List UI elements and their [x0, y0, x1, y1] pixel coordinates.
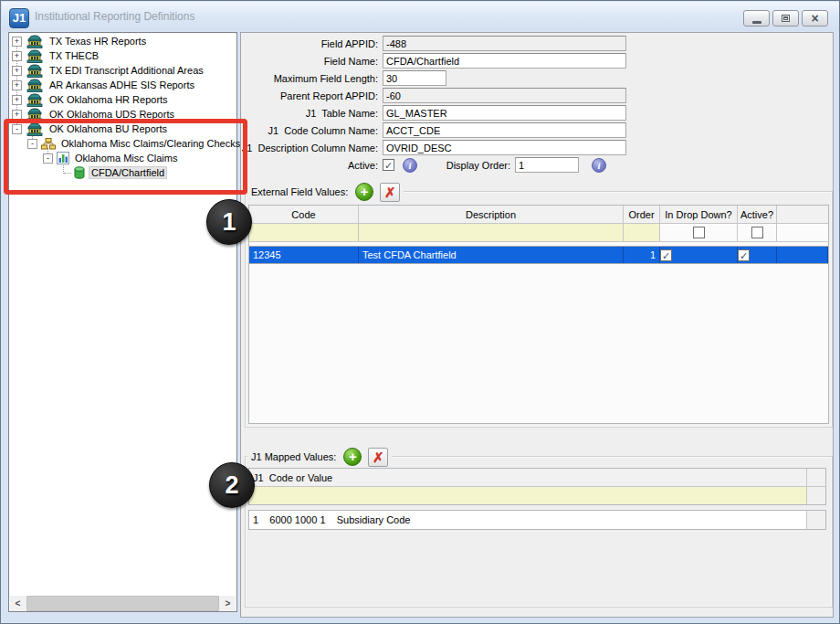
filter-code-input[interactable] [249, 224, 359, 242]
column-header-in-drop-down[interactable]: In Drop Down? [660, 206, 738, 224]
scroll-left-icon[interactable]: < [10, 596, 26, 611]
cell-filler [807, 511, 825, 529]
field-appid-input [383, 36, 626, 51]
scroll-right-icon[interactable]: > [220, 596, 236, 611]
display-order-input[interactable] [515, 157, 579, 173]
row-active-checkbox[interactable]: ✓ [738, 249, 750, 261]
expand-icon[interactable]: + [12, 51, 22, 61]
column-header-j1-code-or-value[interactable]: J1 Code or Value [249, 469, 807, 487]
expand-icon[interactable]: + [12, 37, 22, 47]
j1-description-column-label: J1 Description Column Name: [241, 143, 383, 153]
external-field-values-group: External Field Values: + ✗ Code Descript… [245, 191, 833, 428]
j1-table-name-label: J1 Table Name: [241, 108, 383, 119]
close-button[interactable]: × [802, 10, 828, 26]
minimize-button[interactable] [743, 10, 770, 26]
annotation-badge-1: 1 [206, 199, 252, 245]
j1-code-column-label: J1 Code Column Name: [241, 125, 383, 136]
expand-icon[interactable]: + [12, 110, 22, 120]
scrollbar-thumb[interactable] [26, 596, 219, 611]
max-field-length-label: Maximum Field Length: [241, 73, 383, 84]
mapped-value-row[interactable]: 1 6000 1000 1 Subsidiary Code [249, 511, 825, 529]
maximize-icon [782, 15, 790, 22]
j1-mapped-values-title: J1 Mapped Values: [251, 451, 336, 462]
cell-filler [777, 247, 828, 263]
detail-panel: Field APPID: Field Name: Maximum Field L… [240, 32, 834, 618]
j1-code-column-input[interactable] [383, 122, 626, 138]
filter-description-input[interactable] [359, 224, 624, 242]
active-label: Active: [241, 160, 383, 171]
annotation-highlight-rectangle [4, 119, 247, 195]
bank-icon [26, 35, 44, 48]
field-name-input[interactable] [383, 53, 626, 69]
bank-icon [26, 93, 44, 107]
tree-item-ok-oklahoma-hr[interactable]: + OK Oklahoma HR Reports [10, 92, 170, 107]
filter-filler [777, 224, 828, 242]
external-value-row-selected[interactable]: 12345 Test CFDA Chartfield 1 ✓ ✓ [249, 246, 828, 264]
close-icon: × [803, 11, 827, 26]
parent-report-appid-input [383, 88, 626, 103]
add-external-value-button[interactable]: + [355, 183, 373, 201]
bank-icon [26, 79, 44, 92]
bank-icon [26, 64, 44, 78]
app-window: J1 Institutional Reporting Definitions ×… [0, 0, 840, 624]
display-order-label: Display Order: [442, 160, 515, 171]
j1-description-column-input[interactable] [383, 140, 626, 155]
cell-code: 12345 [249, 247, 359, 263]
tree-horizontal-scrollbar[interactable]: < > [10, 596, 236, 611]
max-field-length-input[interactable] [383, 70, 446, 86]
field-name-label: Field Name: [241, 56, 383, 67]
active-checkbox[interactable]: ✓ [383, 159, 394, 171]
add-mapped-value-button[interactable]: + [343, 448, 362, 466]
delete-mapped-value-button[interactable]: ✗ [368, 448, 388, 467]
tree-item-tx-edi-transcript[interactable]: + TX EDI Transcript Additional Areas [10, 63, 205, 78]
expand-icon[interactable]: + [12, 80, 22, 90]
cell-description: Test CFDA Chartfield [359, 247, 624, 263]
tree-item-tx-texas-hr-reports[interactable]: + TX Texas HR Reports [10, 34, 148, 48]
cell-j1-code-or-value: 1 6000 1000 1 Subsidiary Code [249, 511, 807, 529]
delete-external-value-button[interactable]: ✗ [380, 183, 400, 202]
mapped-values-grid-rows: 1 6000 1000 1 Subsidiary Code [248, 510, 826, 530]
expand-icon[interactable]: + [12, 95, 22, 105]
external-field-values-title: External Field Values: [251, 186, 348, 197]
j1-table-name-input[interactable] [383, 105, 626, 121]
tree-item-label: TX EDI Transcript Additional Areas [47, 65, 205, 76]
filter-active-checkbox[interactable] [751, 227, 763, 238]
expand-icon[interactable]: + [12, 66, 22, 76]
row-in-drop-down-checkbox[interactable]: ✓ [660, 249, 672, 261]
title-bar[interactable]: J1 Institutional Reporting Definitions × [2, 2, 840, 31]
column-header-filler [807, 469, 825, 487]
tree-item-ar-arkansas-adhe[interactable]: + AR Arkansas ADHE SIS Reports [10, 78, 196, 92]
filter-order-input[interactable] [624, 224, 660, 242]
external-values-grid: Code Description Order In Drop Down? Act… [248, 205, 829, 424]
maximize-button[interactable] [772, 10, 799, 26]
column-header-code[interactable]: Code [249, 206, 359, 224]
annotation-badge-2: 2 [209, 462, 255, 508]
tree-item-label: OK Oklahoma HR Reports [47, 94, 170, 105]
bank-icon [26, 49, 44, 63]
mapped-values-grid-header: J1 Code or Value [248, 468, 826, 505]
column-header-filler [777, 206, 828, 224]
filter-in-drop-down-checkbox[interactable] [693, 227, 705, 238]
parent-report-appid-label: Parent Report APPID: [241, 90, 383, 101]
j1-mapped-values-group: J1 Mapped Values: + ✗ J1 Code or Value 1… [245, 456, 833, 608]
minimize-icon [752, 21, 761, 24]
filter-filler [807, 487, 825, 505]
tree-item-label: TX THECB [47, 50, 100, 61]
app-logo-icon: J1 [9, 8, 29, 28]
info-icon[interactable]: i [403, 158, 417, 173]
filter-j1-code-input[interactable] [249, 487, 807, 505]
column-header-order[interactable]: Order [624, 206, 660, 224]
info-icon[interactable]: i [592, 158, 606, 173]
field-appid-label: Field APPID: [241, 38, 383, 49]
tree-item-label: TX Texas HR Reports [47, 36, 148, 47]
tree-item-tx-thecb[interactable]: + TX THECB [10, 48, 100, 63]
window-title: Institutional Reporting Definitions [35, 10, 194, 23]
column-header-description[interactable]: Description [359, 206, 624, 224]
column-header-active[interactable]: Active? [738, 206, 777, 224]
cell-order: 1 [624, 247, 660, 263]
tree-item-label: AR Arkansas ADHE SIS Reports [47, 79, 196, 90]
